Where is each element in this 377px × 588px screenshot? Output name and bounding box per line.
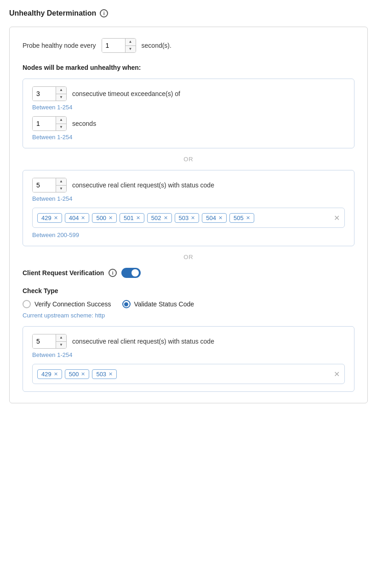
condition2-clear-btn[interactable]: ✕ xyxy=(334,214,340,222)
condition1-row2: ▲ ▼ seconds xyxy=(32,116,345,131)
condition3-row: ▲ ▼ consecutive real client request(s) w… xyxy=(32,334,345,349)
tag-502: 502 ✕ xyxy=(147,213,172,223)
condition1-box: ▲ ▼ consecutive timeout exceedance(s) of… xyxy=(23,79,354,148)
condition3-hint: Between 1-254 xyxy=(32,351,345,358)
condition1-hint1: Between 1-254 xyxy=(32,104,345,111)
title-info-icon[interactable]: i xyxy=(100,9,108,17)
condition1-down-btn[interactable]: ▼ xyxy=(56,94,66,101)
radio-verify-circle xyxy=(23,300,31,308)
tag3-429: 429 ✕ xyxy=(37,369,62,379)
section-title-text: Unhealthy Determination xyxy=(9,9,96,17)
condition1-seconds-spin[interactable]: ▲ ▼ xyxy=(32,116,67,131)
condition3-clear-btn[interactable]: ✕ xyxy=(334,370,340,379)
tag-504: 504 ✕ xyxy=(202,213,227,223)
probe-label-after: second(s). xyxy=(142,42,171,49)
radio-row: Verify Connection Success Validate Statu… xyxy=(23,300,354,308)
condition3-box: ▲ ▼ consecutive real client request(s) w… xyxy=(23,326,354,392)
tag-404-close[interactable]: ✕ xyxy=(81,215,85,221)
condition3-spin[interactable]: ▲ ▼ xyxy=(32,334,67,349)
tag-502-close[interactable]: ✕ xyxy=(164,215,168,221)
tag3-500-close[interactable]: ✕ xyxy=(81,371,85,377)
nodes-unhealthy-label: Nodes will be marked unhealthy when: xyxy=(23,64,354,71)
probe-spin-input[interactable]: ▲ ▼ xyxy=(102,38,136,53)
radio-validate-label: Validate Status Code xyxy=(134,300,194,308)
tag-503-close[interactable]: ✕ xyxy=(191,215,195,221)
condition2-codes-hint: Between 200-599 xyxy=(32,232,345,238)
tag-500-close[interactable]: ✕ xyxy=(109,215,113,221)
condition2-text: consecutive real client request(s) with … xyxy=(72,181,214,189)
toggle-slider xyxy=(121,268,141,278)
tag-429: 429 ✕ xyxy=(37,213,62,223)
condition2-row: ▲ ▼ consecutive real client request(s) w… xyxy=(32,178,345,192)
condition2-tag-input[interactable]: 429 ✕ 404 ✕ 500 ✕ 501 ✕ 502 ✕ 503 ✕ 504 … xyxy=(32,208,345,228)
probe-down-btn[interactable]: ▼ xyxy=(126,46,136,53)
tag-404: 404 ✕ xyxy=(65,213,90,223)
main-card: Probe healthy node every ▲ ▼ second(s). … xyxy=(9,27,368,403)
tag-500: 500 ✕ xyxy=(92,213,117,223)
or-divider-1: OR xyxy=(23,156,354,163)
client-request-info-icon[interactable]: i xyxy=(109,269,117,277)
section-header: Unhealthy Determination i xyxy=(9,9,368,17)
probe-label-before: Probe healthy node every xyxy=(23,42,96,49)
tag-505: 505 ✕ xyxy=(229,213,254,223)
condition1-seconds-text: seconds xyxy=(72,120,96,127)
or-divider-2: OR xyxy=(23,254,354,260)
check-type-label: Check Type xyxy=(23,287,354,294)
condition1-seconds-down-btn[interactable]: ▼ xyxy=(56,124,66,131)
condition3-text: consecutive real client request(s) with … xyxy=(72,338,214,345)
client-request-row: Client Request Verification i xyxy=(23,268,354,278)
condition3-down-btn[interactable]: ▼ xyxy=(56,342,66,349)
tag3-429-close[interactable]: ✕ xyxy=(54,371,58,377)
radio-verify[interactable]: Verify Connection Success xyxy=(23,300,111,308)
tag-501: 501 ✕ xyxy=(120,213,144,223)
tag3-503-close[interactable]: ✕ xyxy=(109,371,113,377)
condition3-up-btn[interactable]: ▲ xyxy=(56,334,66,342)
condition1-hint2: Between 1-254 xyxy=(32,134,345,141)
condition2-value-input[interactable] xyxy=(33,178,56,192)
tag-505-close[interactable]: ✕ xyxy=(246,215,250,221)
condition3-tag-input[interactable]: 429 ✕ 500 ✕ 503 ✕ ✕ xyxy=(32,364,345,384)
condition2-hint: Between 1-254 xyxy=(32,195,345,202)
condition1-row1: ▲ ▼ consecutive timeout exceedance(s) of xyxy=(32,86,345,101)
radio-validate-circle xyxy=(122,300,131,308)
client-request-toggle[interactable] xyxy=(121,268,141,278)
probe-up-btn[interactable]: ▲ xyxy=(126,39,136,46)
condition2-down-btn[interactable]: ▼ xyxy=(56,186,66,192)
tag-503: 503 ✕ xyxy=(175,213,200,223)
condition1-seconds-up-btn[interactable]: ▲ xyxy=(56,117,66,124)
tag3-500: 500 ✕ xyxy=(65,369,90,379)
condition1-up-btn[interactable]: ▲ xyxy=(56,87,66,94)
condition2-box: ▲ ▼ consecutive real client request(s) w… xyxy=(23,170,354,246)
probe-value-input[interactable] xyxy=(102,39,125,52)
condition1-spin[interactable]: ▲ ▼ xyxy=(32,86,67,101)
probe-row: Probe healthy node every ▲ ▼ second(s). xyxy=(23,38,354,53)
condition2-up-btn[interactable]: ▲ xyxy=(56,178,66,186)
condition1-seconds-input[interactable] xyxy=(33,117,56,130)
upstream-hint: Current upstream scheme: http xyxy=(23,312,354,319)
radio-validate[interactable]: Validate Status Code xyxy=(122,300,194,308)
tag3-503: 503 ✕ xyxy=(92,369,117,379)
condition2-spin[interactable]: ▲ ▼ xyxy=(32,178,67,192)
tag-429-close[interactable]: ✕ xyxy=(54,215,58,221)
radio-verify-label: Verify Connection Success xyxy=(34,300,111,308)
client-request-label: Client Request Verification xyxy=(23,269,104,277)
condition3-value-input[interactable] xyxy=(33,334,56,348)
tag-504-close[interactable]: ✕ xyxy=(218,215,223,221)
condition1-value-input[interactable] xyxy=(33,87,56,101)
tag-501-close[interactable]: ✕ xyxy=(136,215,140,221)
condition1-text: consecutive timeout exceedance(s) of xyxy=(72,90,180,97)
